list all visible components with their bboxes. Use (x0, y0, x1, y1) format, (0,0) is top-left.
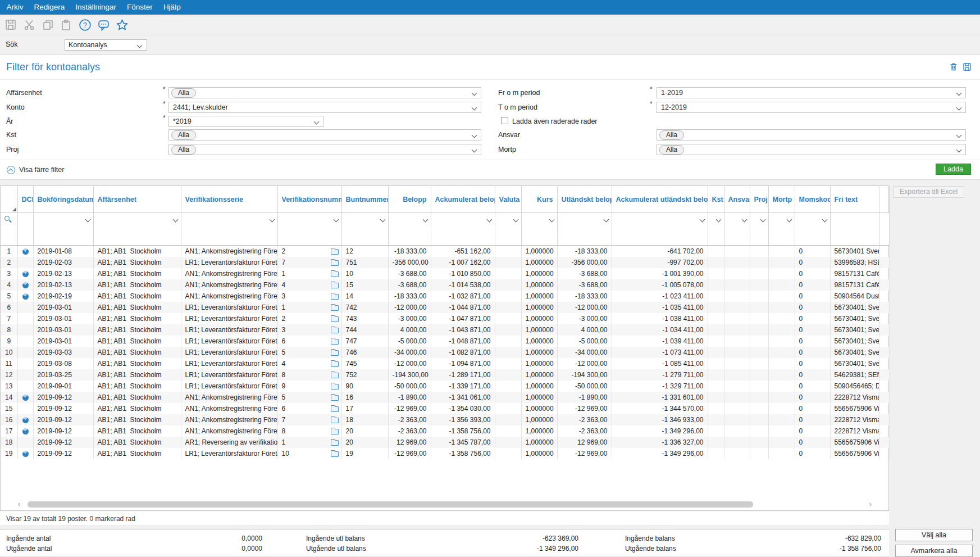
load-deleted-rows-checkbox[interactable] (501, 117, 508, 124)
filter-cell-ackumulerat-belopp[interactable] (431, 213, 495, 246)
menu-hjalp[interactable]: Hjälp (158, 0, 186, 15)
menu-arkiv[interactable]: Arkiv (1, 0, 29, 15)
ar-select[interactable]: *2019 (168, 116, 323, 127)
table-row[interactable]: 82019-03-01AB1; AB1 StockholmLR1; Levera… (1, 324, 889, 336)
table-row[interactable]: 102019-03-03AB1; AB1 StockholmLR1; Lever… (1, 347, 889, 358)
folder-icon[interactable] (331, 429, 339, 434)
filter-cell-utlandskt-belopp[interactable] (557, 213, 612, 246)
deselect-all-button[interactable]: Avmarkera alla (895, 545, 973, 557)
table-row[interactable]: 92019-03-01AB1; AB1 StockholmLR1; Levera… (1, 336, 889, 347)
save-icon[interactable] (4, 18, 17, 31)
favorite-star-icon[interactable] (115, 18, 129, 31)
konto-combobox[interactable]: 2441; Lev.skulder (168, 102, 481, 113)
scroll-left-icon[interactable]: ‹ (15, 500, 23, 509)
filter-cell-affarsenhet[interactable] (93, 213, 181, 246)
export-to-excel-button[interactable]: Exportera till Excel (893, 186, 964, 198)
feedback-icon[interactable] (97, 18, 110, 31)
header-dce[interactable]: DCE (17, 186, 33, 213)
header-bokforingsdatum[interactable]: Bokföringsdatum (33, 186, 93, 213)
header-kst[interactable]: Kst (708, 186, 724, 213)
proj-combobox[interactable]: Alla (168, 144, 481, 155)
copy-icon[interactable] (41, 18, 54, 31)
header-ackumulerat-utlandskt-belopp[interactable]: Ackumulerat utländskt belopp (612, 186, 708, 213)
folder-icon[interactable] (331, 451, 339, 457)
folder-icon[interactable] (331, 283, 339, 288)
menu-redigera[interactable]: Redigera (29, 0, 70, 15)
quick-search-cell[interactable] (1, 213, 17, 246)
table-row[interactable]: 122019-03-25AB1; AB1 StockholmLR1; Lever… (1, 369, 889, 381)
header-verifikationsserie[interactable]: Verifikationsserie (181, 186, 277, 213)
column-settings-gear-icon[interactable] (879, 186, 889, 213)
affarsenhet-combobox[interactable]: Alla (168, 87, 481, 98)
filter-cell-momskod[interactable] (795, 213, 830, 246)
filter-cell-fri-text[interactable] (830, 213, 879, 246)
folder-icon[interactable] (331, 384, 339, 390)
ansvar-combobox[interactable]: Alla (657, 129, 966, 141)
kst-combobox[interactable]: Alla (168, 129, 481, 141)
table-row[interactable]: 152019-09-12AB1; AB1 StockholmAN1; Ankom… (1, 403, 889, 414)
scroll-right-icon[interactable]: › (867, 500, 874, 509)
header-buntnummer[interactable]: Buntnummer (341, 186, 388, 213)
header-ansvar[interactable]: Ansvar (724, 186, 750, 213)
header-belopp[interactable]: Belopp (388, 186, 431, 213)
filter-cell-dce[interactable] (17, 213, 33, 246)
folder-icon[interactable] (331, 440, 339, 446)
save-filter-icon[interactable] (963, 62, 973, 73)
table-row[interactable]: 182019-09-12AB1; AB1 StockholmAR1; Rever… (1, 437, 889, 448)
folder-icon[interactable] (331, 260, 339, 266)
clear-filters-trash-icon[interactable] (879, 213, 889, 246)
folder-icon[interactable] (331, 361, 339, 367)
table-row[interactable]: 112019-03-08AB1; AB1 StockholmLR1; Lever… (1, 358, 889, 369)
folder-icon[interactable] (331, 249, 339, 255)
header-verifikationsnummer[interactable]: Verifikationsnummer (277, 186, 341, 213)
table-row[interactable]: 62019-03-01AB1; AB1 StockholmLR1; Levera… (1, 302, 889, 313)
table-row[interactable]: 42019-02-13AB1; AB1 StockholmAN1; Ankoms… (1, 279, 889, 291)
filter-cell-belopp[interactable] (388, 213, 431, 246)
folder-icon[interactable] (331, 305, 339, 311)
select-all-button[interactable]: Välj alla (895, 529, 973, 541)
scrollbar-thumb[interactable] (28, 501, 753, 508)
header-utlandskt-belopp[interactable]: Utländskt belopp (557, 186, 612, 213)
table-row[interactable]: 172019-09-12AB1; AB1 StockholmAN1; Ankom… (1, 425, 889, 437)
tom-period-combobox[interactable]: 12-2019 (657, 102, 966, 113)
folder-icon[interactable] (331, 350, 339, 356)
filter-cell-buntnummer[interactable] (341, 213, 388, 246)
table-row[interactable]: 12019-01-08AB1; AB1 StockholmAN1; Ankoms… (1, 246, 889, 257)
mortp-combobox[interactable]: Alla (657, 144, 966, 155)
table-row[interactable]: 132019-09-01AB1; AB1 StockholmLR1; Lever… (1, 381, 889, 392)
show-fewer-filters-link[interactable]: Visa färre filter (7, 165, 64, 175)
folder-icon[interactable] (331, 373, 339, 378)
filter-cell-verifikationsnummer[interactable] (277, 213, 341, 246)
header-mortp[interactable]: Mortp (768, 186, 795, 213)
folder-icon[interactable] (331, 339, 339, 345)
filter-cell-verifikationsserie[interactable] (181, 213, 277, 246)
table-row[interactable]: 22019-02-03AB1; AB1 StockholmLR1; Levera… (1, 257, 889, 268)
horizontal-scrollbar[interactable]: ‹ › (1, 500, 888, 509)
folder-icon[interactable] (331, 294, 339, 300)
cut-icon[interactable] (22, 18, 36, 31)
table-row[interactable]: 72019-03-01AB1; AB1 StockholmLR1; Levera… (1, 313, 889, 324)
table-row[interactable]: 52019-02-19AB1; AB1 StockholmAN1; Ankoms… (1, 291, 889, 302)
help-icon[interactable]: ? (78, 18, 92, 31)
header-valuta[interactable]: Valuta (495, 186, 521, 213)
folder-icon[interactable] (331, 395, 339, 401)
filter-cell-proj[interactable] (750, 213, 768, 246)
menu-fonster[interactable]: Fönster (122, 0, 158, 15)
header-ackumulerat-belopp[interactable]: Ackumulerat belopp (431, 186, 495, 213)
folder-icon[interactable] (331, 271, 339, 277)
header-corner[interactable] (1, 186, 17, 213)
filter-cell-kst[interactable] (708, 213, 724, 246)
search-type-select[interactable]: Kontoanalys (65, 39, 147, 51)
filter-cell-bokforingsdatum[interactable] (33, 213, 93, 246)
load-button[interactable]: Ladda (936, 164, 971, 175)
filter-cell-kurs[interactable] (521, 213, 557, 246)
header-fri-text[interactable]: Fri text (830, 186, 879, 213)
table-row[interactable]: 142019-09-12AB1; AB1 StockholmAN1; Ankom… (1, 392, 889, 403)
filter-cell-valuta[interactable] (495, 213, 521, 246)
table-row[interactable]: 32019-02-13AB1; AB1 StockholmAN1; Ankoms… (1, 268, 889, 279)
header-momskod[interactable]: Momskod (795, 186, 830, 213)
from-period-combobox[interactable]: 1-2019 (657, 87, 966, 98)
paste-icon[interactable] (60, 18, 73, 31)
filter-cell-ansvar[interactable] (724, 213, 750, 246)
delete-filter-icon[interactable] (949, 62, 959, 73)
